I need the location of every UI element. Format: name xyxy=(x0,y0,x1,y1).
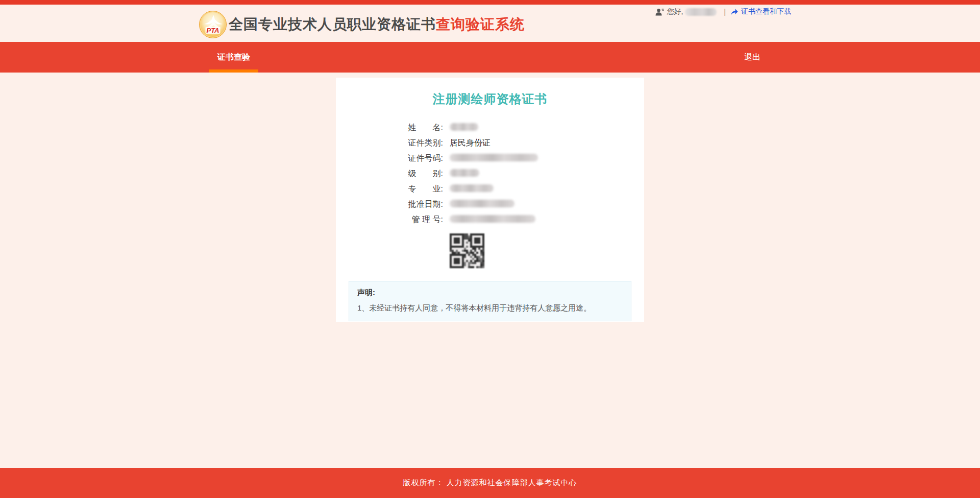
field-label: 管 理 号: xyxy=(403,215,443,225)
page-title: 全国专业技术人员职业资格证书查询验证系统 xyxy=(229,15,525,34)
field-row-approval-date: 批准日期: xyxy=(336,197,644,212)
main-content: 注册测绘师资格证书 姓 名: 证件类别: 居民身份证 证件号码: 级 别: 专 … xyxy=(0,73,980,468)
field-label: 批准日期: xyxy=(403,199,443,210)
user-icon xyxy=(655,8,664,16)
logout-button[interactable]: 退出 xyxy=(744,42,761,73)
top-accent-strip xyxy=(0,0,980,5)
field-label: 证件类别: xyxy=(403,138,443,149)
user-area: 您好, | 证书查看和下载 xyxy=(655,7,791,16)
copyright-text: 版权所有： 人力资源和社会保障部人事考试中心 xyxy=(403,478,577,488)
divider: | xyxy=(724,8,726,16)
field-value: 居民身份证 xyxy=(450,138,491,149)
page-title-accent: 查询验证系统 xyxy=(436,16,525,32)
field-row-id-number: 证件号码: xyxy=(336,151,644,166)
declaration-item: 1、未经证书持有人同意，不得将本材料用于违背持有人意愿之用途。 xyxy=(357,303,623,313)
field-label: 专 业: xyxy=(403,184,443,195)
greeting-label: 您好, xyxy=(667,7,683,16)
page-title-main: 全国专业技术人员职业资格证书 xyxy=(229,16,436,32)
certificate-form: 姓 名: 证件类别: 居民身份证 证件号码: 级 别: 专 业: 批准日期: xyxy=(336,120,644,227)
certificate-view-download-label: 证书查看和下载 xyxy=(741,7,791,16)
site-footer: 版权所有： 人力资源和社会保障部人事考试中心 xyxy=(0,468,980,498)
blurred-value xyxy=(450,184,494,192)
field-row-id-type: 证件类别: 居民身份证 xyxy=(336,135,644,151)
field-label: 证件号码: xyxy=(403,153,443,164)
qr-code xyxy=(450,233,484,268)
tab-certificate-check[interactable]: 证书查验 xyxy=(209,42,258,73)
brand: PTA 全国专业技术人员职业资格证书查询验证系统 xyxy=(199,11,525,38)
user-name-blurred xyxy=(685,8,717,16)
declaration-box: 声明: 1、未经证书持有人同意，不得将本材料用于违背持有人意愿之用途。 xyxy=(349,281,631,321)
field-row-name: 姓 名: xyxy=(336,120,644,135)
share-arrow-icon xyxy=(730,8,739,16)
logout-label: 退出 xyxy=(744,52,761,63)
certificate-title: 注册测绘师资格证书 xyxy=(336,78,644,107)
main-nav: 证书查验 退出 xyxy=(0,42,980,73)
declaration-heading: 声明: xyxy=(357,288,623,298)
blurred-value xyxy=(450,154,538,161)
pta-logo-icon: PTA xyxy=(199,11,227,38)
logo-text: PTA xyxy=(205,27,220,34)
tab-certificate-check-label: 证书查验 xyxy=(217,52,250,63)
blurred-value xyxy=(450,169,479,177)
active-tab-underline xyxy=(209,69,258,73)
field-label: 级 别: xyxy=(403,169,443,179)
certificate-card: 注册测绘师资格证书 姓 名: 证件类别: 居民身份证 证件号码: 级 别: 专 … xyxy=(336,78,644,322)
blurred-value xyxy=(450,200,514,207)
blurred-value xyxy=(450,123,478,131)
field-label: 姓 名: xyxy=(403,123,443,133)
field-row-level: 级 别: xyxy=(336,166,644,181)
blurred-value xyxy=(450,215,535,223)
field-row-specialty: 专 业: xyxy=(336,181,644,197)
site-header: PTA 全国专业技术人员职业资格证书查询验证系统 您好, | xyxy=(0,5,980,42)
certificate-view-download-link[interactable]: 证书查看和下载 xyxy=(730,7,791,16)
field-row-management-number: 管 理 号: xyxy=(336,212,644,227)
